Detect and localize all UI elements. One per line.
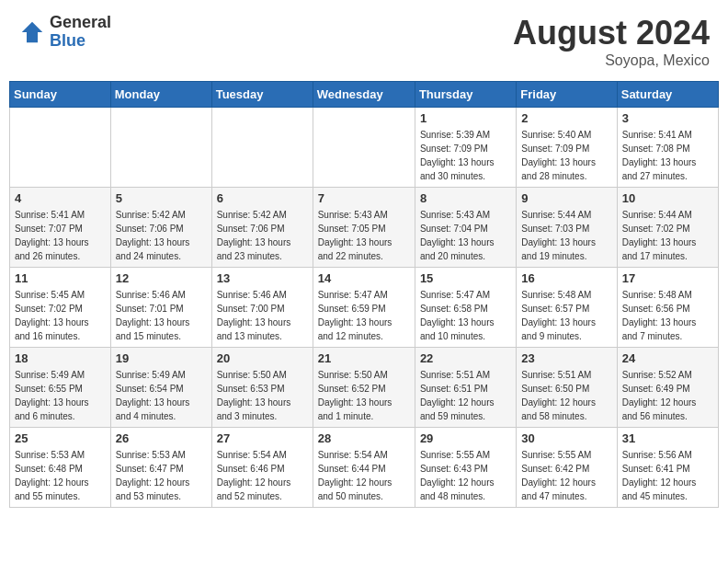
day-cell <box>10 108 111 188</box>
day-info: Sunrise: 5:51 AM Sunset: 6:50 PM Dayligh… <box>521 368 611 423</box>
day-number: 17 <box>622 271 713 285</box>
logo: General Blue <box>18 14 111 51</box>
weekday-header-saturday: Saturday <box>617 82 718 108</box>
day-info: Sunrise: 5:51 AM Sunset: 6:51 PM Dayligh… <box>420 368 511 423</box>
day-info: Sunrise: 5:50 AM Sunset: 6:52 PM Dayligh… <box>318 368 410 423</box>
day-info: Sunrise: 5:48 AM Sunset: 6:56 PM Dayligh… <box>622 288 713 343</box>
day-number: 7 <box>318 191 410 205</box>
day-info: Sunrise: 5:49 AM Sunset: 6:55 PM Dayligh… <box>15 368 106 423</box>
logo-icon <box>18 18 46 46</box>
day-number: 2 <box>521 111 611 125</box>
week-row-3: 11Sunrise: 5:45 AM Sunset: 7:02 PM Dayli… <box>10 268 719 348</box>
weekday-header-wednesday: Wednesday <box>313 82 415 108</box>
day-cell: 25Sunrise: 5:53 AM Sunset: 6:48 PM Dayli… <box>10 428 111 508</box>
day-cell: 19Sunrise: 5:49 AM Sunset: 6:54 PM Dayli… <box>110 348 211 428</box>
day-number: 10 <box>622 191 713 205</box>
weekday-header-sunday: Sunday <box>10 82 111 108</box>
weekday-header-thursday: Thursday <box>415 82 516 108</box>
day-info: Sunrise: 5:43 AM Sunset: 7:05 PM Dayligh… <box>318 208 410 263</box>
day-cell: 15Sunrise: 5:47 AM Sunset: 6:58 PM Dayli… <box>415 268 516 348</box>
day-number: 5 <box>116 191 207 205</box>
day-number: 24 <box>622 351 713 365</box>
day-cell: 31Sunrise: 5:56 AM Sunset: 6:41 PM Dayli… <box>617 428 718 508</box>
day-cell: 8Sunrise: 5:43 AM Sunset: 7:04 PM Daylig… <box>415 188 516 268</box>
day-number: 21 <box>318 351 410 365</box>
weekday-header-tuesday: Tuesday <box>211 82 313 108</box>
day-cell: 23Sunrise: 5:51 AM Sunset: 6:50 PM Dayli… <box>517 348 617 428</box>
day-info: Sunrise: 5:44 AM Sunset: 7:03 PM Dayligh… <box>521 208 611 263</box>
day-cell: 18Sunrise: 5:49 AM Sunset: 6:55 PM Dayli… <box>10 348 111 428</box>
week-row-2: 4Sunrise: 5:41 AM Sunset: 7:07 PM Daylig… <box>10 188 719 268</box>
location-text: Soyopa, Mexico <box>513 52 710 69</box>
day-number: 29 <box>420 431 511 445</box>
day-info: Sunrise: 5:50 AM Sunset: 6:53 PM Dayligh… <box>217 368 308 423</box>
day-info: Sunrise: 5:40 AM Sunset: 7:09 PM Dayligh… <box>521 128 611 183</box>
week-row-1: 1Sunrise: 5:39 AM Sunset: 7:09 PM Daylig… <box>10 108 719 188</box>
day-info: Sunrise: 5:41 AM Sunset: 7:08 PM Dayligh… <box>622 128 713 183</box>
day-info: Sunrise: 5:42 AM Sunset: 7:06 PM Dayligh… <box>116 208 207 263</box>
day-cell: 1Sunrise: 5:39 AM Sunset: 7:09 PM Daylig… <box>415 108 516 188</box>
day-number: 13 <box>217 271 308 285</box>
day-info: Sunrise: 5:55 AM Sunset: 6:43 PM Dayligh… <box>420 448 511 503</box>
day-cell <box>110 108 211 188</box>
day-cell: 17Sunrise: 5:48 AM Sunset: 6:56 PM Dayli… <box>617 268 718 348</box>
day-cell: 26Sunrise: 5:53 AM Sunset: 6:47 PM Dayli… <box>110 428 211 508</box>
day-number: 14 <box>318 271 410 285</box>
logo-general-text: General <box>50 14 111 32</box>
day-info: Sunrise: 5:47 AM Sunset: 6:59 PM Dayligh… <box>318 288 410 343</box>
day-info: Sunrise: 5:54 AM Sunset: 6:46 PM Dayligh… <box>217 448 308 503</box>
day-info: Sunrise: 5:48 AM Sunset: 6:57 PM Dayligh… <box>521 288 611 343</box>
day-cell <box>211 108 313 188</box>
day-number: 22 <box>420 351 511 365</box>
day-cell: 5Sunrise: 5:42 AM Sunset: 7:06 PM Daylig… <box>110 188 211 268</box>
day-info: Sunrise: 5:42 AM Sunset: 7:06 PM Dayligh… <box>217 208 308 263</box>
day-number: 31 <box>622 431 713 445</box>
logo-text: General Blue <box>50 14 111 51</box>
day-number: 26 <box>116 431 207 445</box>
day-info: Sunrise: 5:39 AM Sunset: 7:09 PM Dayligh… <box>420 128 511 183</box>
day-number: 27 <box>217 431 308 445</box>
day-number: 18 <box>15 351 106 365</box>
svg-marker-0 <box>22 22 43 43</box>
day-number: 25 <box>15 431 106 445</box>
day-info: Sunrise: 5:54 AM Sunset: 6:44 PM Dayligh… <box>318 448 410 503</box>
day-number: 30 <box>521 431 611 445</box>
day-info: Sunrise: 5:45 AM Sunset: 7:02 PM Dayligh… <box>15 288 106 343</box>
day-cell: 28Sunrise: 5:54 AM Sunset: 6:44 PM Dayli… <box>313 428 415 508</box>
title-section: August 2024 Soyopa, Mexico <box>513 14 710 69</box>
day-cell: 21Sunrise: 5:50 AM Sunset: 6:52 PM Dayli… <box>313 348 415 428</box>
day-cell: 4Sunrise: 5:41 AM Sunset: 7:07 PM Daylig… <box>10 188 111 268</box>
day-cell: 3Sunrise: 5:41 AM Sunset: 7:08 PM Daylig… <box>617 108 718 188</box>
weekday-header-row: SundayMondayTuesdayWednesdayThursdayFrid… <box>10 82 719 108</box>
day-info: Sunrise: 5:46 AM Sunset: 7:00 PM Dayligh… <box>217 288 308 343</box>
day-info: Sunrise: 5:41 AM Sunset: 7:07 PM Dayligh… <box>15 208 106 263</box>
day-cell: 14Sunrise: 5:47 AM Sunset: 6:59 PM Dayli… <box>313 268 415 348</box>
day-number: 19 <box>116 351 207 365</box>
day-info: Sunrise: 5:53 AM Sunset: 6:48 PM Dayligh… <box>15 448 106 503</box>
day-cell: 10Sunrise: 5:44 AM Sunset: 7:02 PM Dayli… <box>617 188 718 268</box>
day-cell: 20Sunrise: 5:50 AM Sunset: 6:53 PM Dayli… <box>211 348 313 428</box>
day-cell: 27Sunrise: 5:54 AM Sunset: 6:46 PM Dayli… <box>211 428 313 508</box>
week-row-5: 25Sunrise: 5:53 AM Sunset: 6:48 PM Dayli… <box>10 428 719 508</box>
day-number: 15 <box>420 271 511 285</box>
day-cell <box>313 108 415 188</box>
day-info: Sunrise: 5:52 AM Sunset: 6:49 PM Dayligh… <box>622 368 713 423</box>
day-number: 6 <box>217 191 308 205</box>
day-number: 23 <box>521 351 611 365</box>
day-cell: 9Sunrise: 5:44 AM Sunset: 7:03 PM Daylig… <box>517 188 617 268</box>
day-info: Sunrise: 5:56 AM Sunset: 6:41 PM Dayligh… <box>622 448 713 503</box>
calendar-table: SundayMondayTuesdayWednesdayThursdayFrid… <box>9 81 719 508</box>
day-number: 3 <box>622 111 713 125</box>
logo-blue-text: Blue <box>50 32 111 51</box>
day-info: Sunrise: 5:49 AM Sunset: 6:54 PM Dayligh… <box>116 368 207 423</box>
day-number: 9 <box>521 191 611 205</box>
day-cell: 30Sunrise: 5:55 AM Sunset: 6:42 PM Dayli… <box>517 428 617 508</box>
day-cell: 22Sunrise: 5:51 AM Sunset: 6:51 PM Dayli… <box>415 348 516 428</box>
day-info: Sunrise: 5:55 AM Sunset: 6:42 PM Dayligh… <box>521 448 611 503</box>
weekday-header-friday: Friday <box>517 82 617 108</box>
day-number: 1 <box>420 111 511 125</box>
day-cell: 13Sunrise: 5:46 AM Sunset: 7:00 PM Dayli… <box>211 268 313 348</box>
day-info: Sunrise: 5:43 AM Sunset: 7:04 PM Dayligh… <box>420 208 511 263</box>
day-cell: 29Sunrise: 5:55 AM Sunset: 6:43 PM Dayli… <box>415 428 516 508</box>
day-info: Sunrise: 5:53 AM Sunset: 6:47 PM Dayligh… <box>116 448 207 503</box>
